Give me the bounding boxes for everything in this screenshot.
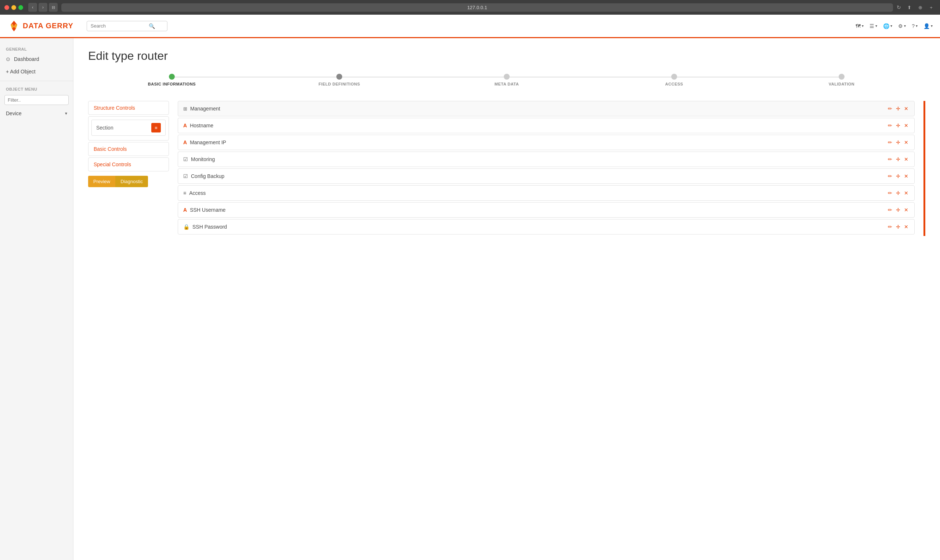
- config-backup-row: ☑ Config Backup ✏ ✛ ✕: [178, 168, 915, 184]
- right-panel: ⊞ Management ✏ ✛ ✕: [178, 101, 915, 236]
- logo-gerry: GERRY: [46, 22, 73, 30]
- section-item[interactable]: Section ≡: [91, 120, 166, 136]
- new-tab-button[interactable]: ⊕: [916, 3, 925, 12]
- ssh-username-edit-button[interactable]: ✏: [887, 206, 893, 214]
- structure-controls-header[interactable]: Structure Controls: [88, 101, 168, 114]
- logo: DATA GERRY: [7, 20, 74, 33]
- wizard-step-meta[interactable]: META DATA: [423, 74, 590, 86]
- search-bar[interactable]: 🔍: [87, 21, 168, 31]
- add-button[interactable]: +: [927, 3, 935, 12]
- ssh-username-icon: A: [183, 207, 187, 213]
- step-dot-meta: [504, 74, 510, 80]
- editor-layout: Structure Controls Section ≡ Bas: [88, 101, 925, 236]
- config-backup-move-button[interactable]: ✛: [895, 172, 901, 180]
- config-backup-edit-button[interactable]: ✏: [887, 172, 893, 180]
- filter-input[interactable]: [5, 95, 69, 105]
- section-group-body: Section ≡: [88, 117, 168, 140]
- management-group-title: ⊞ Management: [183, 106, 220, 112]
- ssh-username-delete-button[interactable]: ✕: [903, 206, 909, 214]
- hostname-move-button[interactable]: ✛: [895, 122, 901, 129]
- map-button[interactable]: 🗺 ▾: [855, 23, 864, 29]
- management-ip-actions: ✏ ✛ ✕: [887, 139, 909, 146]
- management-ip-delete-button[interactable]: ✕: [903, 139, 909, 146]
- monitoring-title: ☑ Monitoring: [183, 156, 215, 162]
- sidebar: GENERAL ⊙ Dashboard + Add Object OBJECT …: [0, 38, 74, 560]
- app-header: DATA GERRY 🔍 🗺 ▾ ☰ ▾ 🌐 ▾ ⚙ ▾ ? ▾ 👤 ▾: [0, 15, 940, 38]
- ssh-password-icon: 🔒: [183, 224, 190, 230]
- monitoring-edit-button[interactable]: ✏: [887, 155, 893, 163]
- management-group: ⊞ Management ✏ ✛ ✕: [178, 101, 915, 116]
- settings-button[interactable]: ⚙ ▾: [898, 23, 906, 29]
- minimize-button[interactable]: [11, 5, 16, 10]
- close-button[interactable]: [5, 5, 9, 10]
- access-edit-button[interactable]: ✏: [887, 189, 893, 197]
- monitoring-move-button[interactable]: ✛: [895, 155, 901, 163]
- sidebar-item-add-object[interactable]: + Add Object: [0, 65, 73, 78]
- ssh-username-move-button[interactable]: ✛: [895, 206, 901, 214]
- management-move-button[interactable]: ✛: [895, 105, 901, 112]
- diagnostic-button[interactable]: Diagnostic: [115, 176, 148, 187]
- special-controls-section: Special Controls: [88, 157, 169, 171]
- basic-controls-section: Basic Controls: [88, 142, 169, 156]
- step-dot-validation: [839, 74, 844, 80]
- wizard-step-fields[interactable]: FIELD DEFINITIONS: [256, 74, 423, 86]
- wizard-step-access[interactable]: ACCESS: [590, 74, 758, 86]
- hostname-row: A Hostname ✏ ✛ ✕: [178, 118, 915, 133]
- hostname-label: Hostname: [190, 123, 213, 128]
- share-button[interactable]: ⬆: [905, 3, 914, 12]
- ssh-username-row-inner: A SSH Username ✏ ✛ ✕: [178, 203, 914, 217]
- ssh-password-edit-button[interactable]: ✏: [887, 223, 893, 231]
- management-ip-move-button[interactable]: ✛: [895, 139, 901, 146]
- maximize-button[interactable]: [18, 5, 23, 10]
- step-label-access: ACCESS: [665, 82, 683, 86]
- access-delete-button[interactable]: ✕: [903, 189, 909, 197]
- hostname-edit-button[interactable]: ✏: [887, 122, 893, 129]
- wizard-step-basic[interactable]: BASIC INFORMATIONS: [88, 74, 256, 86]
- basic-controls-header[interactable]: Basic Controls: [88, 142, 168, 155]
- user-button[interactable]: 👤 ▾: [923, 23, 933, 29]
- config-backup-actions: ✏ ✛ ✕: [887, 172, 909, 180]
- wizard-step-validation[interactable]: VALIDATION: [758, 74, 925, 86]
- monitoring-row: ☑ Monitoring ✏ ✛ ✕: [178, 152, 915, 167]
- management-edit-button[interactable]: ✏: [887, 105, 893, 112]
- config-backup-delete-button[interactable]: ✕: [903, 172, 909, 180]
- translate-button[interactable]: 🌐 ▾: [883, 23, 892, 29]
- special-controls-header[interactable]: Special Controls: [88, 158, 168, 171]
- layers-button[interactable]: ☰ ▾: [869, 23, 877, 29]
- monitoring-delete-button[interactable]: ✕: [903, 155, 909, 163]
- address-bar[interactable]: 127.0.0.1: [61, 3, 893, 12]
- management-delete-button[interactable]: ✕: [903, 105, 909, 112]
- section-item-icon[interactable]: ≡: [151, 123, 161, 132]
- add-object-label: + Add Object: [6, 69, 35, 74]
- hostname-icon: A: [183, 123, 187, 128]
- hostname-delete-button[interactable]: ✕: [903, 122, 909, 129]
- search-input[interactable]: [91, 23, 146, 29]
- ssh-password-move-button[interactable]: ✛: [895, 223, 901, 231]
- management-ip-label: Management IP: [190, 140, 226, 145]
- forward-button[interactable]: ›: [39, 3, 47, 12]
- logo-text: DATA GERRY: [23, 22, 74, 30]
- step-dot-fields: [336, 74, 342, 80]
- nav-buttons: ‹ › ⊟: [28, 3, 58, 12]
- reload-button[interactable]: ↻: [897, 5, 901, 10]
- section-group: Section ≡: [88, 116, 169, 140]
- access-move-button[interactable]: ✛: [895, 189, 901, 197]
- management-icon: ⊞: [183, 106, 187, 112]
- traffic-lights: [5, 5, 23, 10]
- section-item-label: Section: [96, 125, 114, 131]
- search-icon[interactable]: 🔍: [149, 23, 155, 29]
- dashboard-icon: ⊙: [6, 56, 10, 62]
- management-ip-title: A Management IP: [183, 140, 226, 145]
- management-ip-row-inner: A Management IP ✏ ✛ ✕: [178, 135, 914, 150]
- sidebar-item-dashboard[interactable]: ⊙ Dashboard: [0, 53, 73, 65]
- config-backup-icon: ☑: [183, 173, 188, 179]
- hostname-actions: ✏ ✛ ✕: [887, 122, 909, 129]
- ssh-password-delete-button[interactable]: ✕: [903, 223, 909, 231]
- tab-overview-button[interactable]: ⊟: [49, 3, 58, 12]
- sidebar-item-device[interactable]: Device ▾: [0, 107, 73, 120]
- app-body: GENERAL ⊙ Dashboard + Add Object OBJECT …: [0, 38, 940, 560]
- preview-button[interactable]: Preview: [88, 176, 115, 187]
- back-button[interactable]: ‹: [28, 3, 37, 12]
- help-button[interactable]: ? ▾: [912, 23, 918, 29]
- management-ip-edit-button[interactable]: ✏: [887, 139, 893, 146]
